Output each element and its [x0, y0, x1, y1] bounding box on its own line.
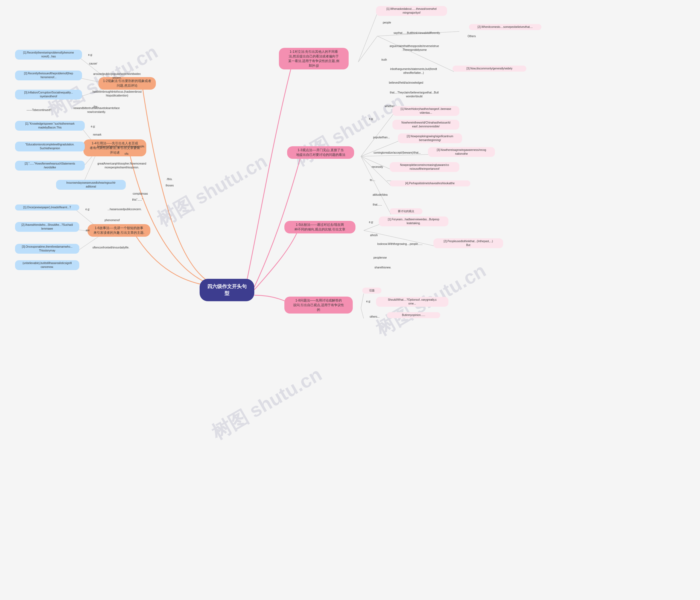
b5-afresh: afresh [365, 232, 383, 238]
b2-thoses: thoses [161, 183, 179, 189]
branch-1-6: 1-6故事法----先讲一个较短的故事 来引发读者的兴趣,引出文章的主题. [88, 224, 150, 237]
b6-child-1: Should/What....?Optionsof..varygreatly,s… [376, 297, 448, 307]
b2-complainsas: complainsas [125, 191, 155, 197]
b7-inboth: inbotharguments/statements,but(Itendtoth… [376, 66, 451, 76]
b5-child-1: [1].Foryears...hadbeenviewedas...Butpeop… [379, 216, 448, 226]
b1-tobecontinued: ------Tobecontinued!! [15, 107, 63, 113]
svg-line-1 [358, 36, 377, 62]
b4-discuss-point: 要讨论的观点 [390, 208, 422, 214]
b1-child-3: [3].Inflation/Corruption/Socialinequalit… [15, 90, 82, 100]
b7-that: that....Theyclaim/believe/arguethat...Bu… [376, 90, 453, 100]
b7-argue: argue/claimthattheopposite/reverseistrue… [376, 43, 453, 53]
b4-popularthan: popularthan... [365, 134, 398, 140]
b6-topic: 话题 [362, 288, 381, 293]
b2-ofa: ofa [120, 151, 133, 157]
b4-eg: e.g: [365, 116, 377, 122]
b1-hasbeenbrought: hasbeenbroughtintofocus.(hasbeenbrouthto… [84, 89, 150, 99]
b3-phenomenof: phenomenof [97, 217, 127, 223]
b5-looknow: looknow.Withthegrowing....people...... [365, 241, 435, 247]
center-node: 四六级作文开头句型 [200, 279, 254, 301]
b3-child-1: [1].Once(anewspaper),Ireadof/learnt...T [15, 205, 79, 210]
b4-child-3: [3].Nowthereisagrowingawareness/recognat… [428, 147, 495, 157]
b5-eg: e.g: [365, 219, 377, 225]
b4-that2: that...... [365, 202, 390, 208]
b7-others: Others [461, 33, 483, 40]
branch-1-5: 1-5比较法------通过对过去/现在两 种不同的倾向,观点的比较,引出文章 [284, 221, 355, 233]
b3-eg1: e.g: [81, 206, 94, 212]
b3-child-3: [3].Onceuponatime,therelivedamamwho...Th… [15, 244, 79, 254]
b3-child-2: [2].Ihaveafriendwho...Shouldhe...?Suchad… [15, 222, 79, 232]
b2-eg1: e.g: [87, 124, 99, 130]
b3-unbelievable: (unbelievable),butitstillhasarealisticsi… [15, 260, 79, 270]
b4-to: to.... [365, 177, 380, 183]
b7-believed: believed/held/acknowledged [376, 80, 436, 86]
branch-1-1: 1-1对立法:先引出其他人的不同看 法,然后提出自己的看法或者偏向于 某一看法,… [279, 48, 349, 70]
b1-newand: newandbittertruthwehavetolearntofacenow/… [65, 105, 128, 115]
b7-saythat: saythat......Butlthink/viewabitdifferent… [376, 30, 458, 36]
branch-1-8: 1-8问题法-----先用讨论或解答的 设问,引出自己观点,适用于有争议性 的 [284, 296, 353, 314]
b4-coming: comingtorealize/accept/(beware)/that... [365, 150, 429, 156]
b2-this: /this. [161, 176, 179, 182]
b3-are: are [81, 228, 94, 233]
b2-hasbeenshared: hasbeensharedbymoreandmorepeople. [87, 144, 155, 150]
b4-nowhere: Nowhereintheworld/Chinahasthetssue/ideao… [392, 120, 459, 130]
b5-sharethis: sharethisnew. [365, 265, 401, 270]
b3-hasaroused: ...hasarousedpublicconcern. [95, 206, 154, 212]
b1-aroused: arousedpublic/popular/wide/worldwideconc… [84, 71, 150, 81]
b2-great: greatAmericanphilosopher.Nowmoreandmorep… [87, 161, 157, 171]
b4-nowpeople: Nowpeoplebecomeincreasinglyaware/conciou… [390, 162, 459, 172]
b4-child-2: [2].Nowpeopleingowing/significantnumbers… [398, 133, 462, 143]
b7-child-2: [2].Whenitcomesto....somepeobelieivevtha… [469, 24, 542, 30]
b2-child-1: [1]."Knowledgeispower."suchistheremarkma… [15, 121, 85, 131]
b6-others: others... [362, 314, 387, 320]
b2-child-2: "Educationisnotcompletewithgradulation.S… [15, 141, 85, 152]
b2-child-3: [2]."......"HowoftenwehearsuchStatements… [15, 161, 85, 171]
b2-thisquote: this"......" [125, 197, 150, 203]
b2-inour: Inourowndaysweareusedtohearingsuchtradit… [56, 180, 126, 190]
b7-child-1: [1].Whenaskedabout......thevast/overwhel… [376, 6, 447, 16]
svg-line-0 [358, 13, 377, 62]
b6-eg: e.g: [362, 298, 375, 305]
b6-butinmy: Butinmyopinion...... [387, 312, 440, 318]
b5-peoplenow: peoplenow [365, 255, 395, 261]
b4-child-4: [4].Perhapsitistimetohaveafreshlookatthe [390, 180, 470, 186]
mindmap-container: 树图 shutu.cn 树图 shutu.cn 树图 shutu.cn 树图 s… [0, 0, 700, 600]
watermark-2: 树图 shutu.cn [152, 149, 272, 233]
b7-truth: truth [376, 57, 392, 63]
b1-child-1: [1].Recentlythereiseinproblemof(phenomen… [15, 50, 82, 59]
b1-cause: cause/ [84, 61, 102, 67]
b3-oftenconfront: oftenconfrontwithinourdailylife. [81, 245, 140, 251]
b1-child-2: [2].Recentlytheissueoftheproblemof(theph… [15, 71, 82, 80]
branch-1-3: 1-3观点法----开门见山,直接了当 地提出自己对要讨论的问题的看法 [287, 146, 354, 159]
watermark-3: 树图 shutu.cn [289, 88, 409, 173]
b5-child-2: [2].Peopleusedtothinkthat...(Inthepast,.… [433, 238, 503, 248]
b4-attitude: attitude/idea [365, 192, 395, 198]
b7-people: people [376, 20, 398, 26]
b1-eg1: e.g: [84, 52, 97, 58]
b4-child-1: [1].Neverhistoryhasthechangeof..beenasev… [392, 106, 459, 116]
b7-child-3: [3].Now,itiscommonly/generally/widely [453, 66, 526, 72]
watermark-5: 树图 shutu.cn [207, 362, 327, 446]
b4-necessity: necessity [365, 164, 390, 170]
b2-remark: remark [87, 132, 107, 138]
